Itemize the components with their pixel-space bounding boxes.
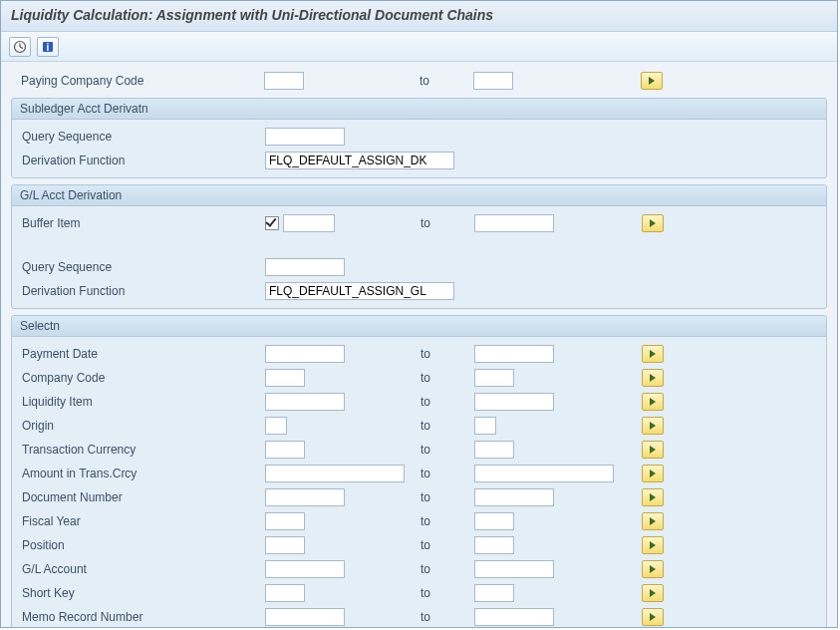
selection-from-input[interactable] bbox=[265, 369, 305, 387]
multiple-selection-button[interactable] bbox=[642, 560, 664, 578]
selection-row: Originto bbox=[16, 415, 822, 437]
selection-from-input[interactable] bbox=[265, 608, 345, 626]
query-sequence-label-1: Query Sequence bbox=[16, 130, 265, 144]
multiple-selection-button[interactable] bbox=[642, 441, 664, 459]
multiple-selection-button[interactable] bbox=[642, 465, 664, 482]
buffer-item-to-input[interactable] bbox=[474, 214, 554, 232]
selection-from-input[interactable] bbox=[265, 417, 287, 435]
selection-row-label: G/L Account bbox=[16, 562, 265, 576]
execute-button[interactable] bbox=[9, 37, 31, 57]
arrow-right-icon bbox=[650, 541, 656, 549]
derivation-function-input-2[interactable] bbox=[265, 282, 454, 300]
buffer-item-checkbox[interactable] bbox=[265, 216, 279, 230]
selection-row-label: Liquidity Item bbox=[16, 395, 265, 409]
buffer-item-from-input[interactable] bbox=[283, 214, 335, 232]
derivation-function-input-1[interactable] bbox=[265, 152, 454, 169]
selection-to-input[interactable] bbox=[474, 465, 614, 482]
selection-to-input[interactable] bbox=[474, 369, 514, 387]
selection-from-input[interactable] bbox=[265, 584, 305, 602]
multiple-selection-button[interactable] bbox=[642, 584, 664, 602]
selection-from-input[interactable] bbox=[265, 512, 305, 530]
selection-to-input[interactable] bbox=[474, 488, 554, 506]
clock-execute-icon bbox=[13, 40, 27, 54]
selection-row-label: Memo Record Number bbox=[16, 610, 265, 624]
selection-row: Company Codeto bbox=[16, 367, 822, 389]
subledger-acct-derivatn-group: Subledger Acct Derivatn Query Sequence D… bbox=[11, 98, 827, 178]
to-label: to bbox=[415, 562, 474, 576]
selection-row: Positionto bbox=[16, 534, 822, 556]
to-label: to bbox=[415, 610, 474, 624]
multiple-selection-button[interactable] bbox=[642, 536, 664, 554]
arrow-right-icon bbox=[650, 493, 656, 501]
application-toolbar: i bbox=[1, 32, 837, 62]
selection-row-label: Origin bbox=[16, 419, 265, 433]
arrow-right-icon bbox=[650, 374, 656, 382]
arrow-right-icon bbox=[650, 613, 656, 621]
selection-to-input[interactable] bbox=[474, 393, 554, 411]
to-label: to bbox=[415, 467, 474, 480]
to-label: to bbox=[415, 586, 474, 600]
selection-row: Amount in Trans.Crcyto bbox=[16, 463, 822, 484]
info-button[interactable]: i bbox=[37, 37, 59, 57]
arrow-right-icon bbox=[649, 77, 655, 85]
selection-row: Fiscal Yearto bbox=[16, 510, 822, 532]
multiple-selection-button[interactable] bbox=[642, 393, 664, 411]
selection-from-input[interactable] bbox=[265, 536, 305, 554]
multiple-selection-button[interactable] bbox=[642, 512, 664, 530]
to-label: to bbox=[415, 538, 474, 552]
arrow-right-icon bbox=[650, 517, 656, 525]
derivation-function-label-2: Derivation Function bbox=[16, 284, 265, 298]
svg-line-2 bbox=[20, 47, 23, 49]
selection-from-input[interactable] bbox=[265, 441, 305, 459]
selection-row-label: Fiscal Year bbox=[16, 514, 265, 528]
to-label: to bbox=[415, 371, 474, 385]
gl-acct-derivation-group: G/L Acct Derivation Buffer Item to bbox=[11, 184, 827, 309]
to-label: to bbox=[414, 74, 473, 88]
selection-to-input[interactable] bbox=[474, 584, 514, 602]
selection-to-input[interactable] bbox=[474, 512, 514, 530]
arrow-right-icon bbox=[650, 422, 656, 430]
selection-to-input[interactable] bbox=[474, 441, 514, 459]
selection-to-input[interactable] bbox=[474, 417, 496, 435]
multiple-selection-button[interactable] bbox=[642, 214, 664, 232]
selection-row-label: Payment Date bbox=[16, 347, 265, 361]
selection-from-input[interactable] bbox=[265, 345, 345, 363]
arrow-right-icon bbox=[650, 219, 656, 227]
paying-company-code-from-input[interactable] bbox=[264, 72, 304, 90]
multiple-selection-button[interactable] bbox=[642, 345, 664, 363]
selection-to-input[interactable] bbox=[474, 608, 554, 626]
selection-from-input[interactable] bbox=[265, 560, 345, 578]
selection-row-label: Short Key bbox=[16, 586, 265, 600]
multiple-selection-button[interactable] bbox=[642, 488, 664, 506]
selection-from-input[interactable] bbox=[265, 393, 345, 411]
multiple-selection-button[interactable] bbox=[641, 72, 663, 90]
selection-row: Document Numberto bbox=[16, 486, 822, 508]
selection-to-input[interactable] bbox=[474, 536, 514, 554]
arrow-right-icon bbox=[650, 589, 656, 597]
to-label: to bbox=[415, 395, 474, 409]
selection-from-input[interactable] bbox=[265, 488, 345, 506]
info-icon: i bbox=[41, 40, 55, 54]
derivation-function-label-1: Derivation Function bbox=[16, 154, 265, 167]
paying-company-code-label: Paying Company Code bbox=[15, 74, 264, 88]
multiple-selection-button[interactable] bbox=[642, 417, 664, 435]
arrow-right-icon bbox=[650, 350, 656, 358]
selection-from-input[interactable] bbox=[265, 465, 405, 482]
query-sequence-label-2: Query Sequence bbox=[16, 260, 265, 274]
selection-row: Liquidity Itemto bbox=[16, 391, 822, 413]
query-sequence-input-2[interactable] bbox=[265, 258, 345, 276]
multiple-selection-button[interactable] bbox=[642, 608, 664, 626]
paying-company-code-to-input[interactable] bbox=[473, 72, 513, 90]
selection-to-input[interactable] bbox=[474, 560, 554, 578]
arrow-right-icon bbox=[650, 398, 656, 406]
to-label: to bbox=[415, 514, 474, 528]
selection-to-input[interactable] bbox=[474, 345, 554, 363]
selection-row: Transaction Currencyto bbox=[16, 439, 822, 461]
to-label: to bbox=[415, 490, 474, 504]
arrow-right-icon bbox=[650, 565, 656, 573]
subledger-group-title: Subledger Acct Derivatn bbox=[12, 99, 826, 120]
content-area: Paying Company Code to Subledger Acct De… bbox=[1, 62, 837, 628]
to-label: to bbox=[415, 443, 474, 457]
query-sequence-input-1[interactable] bbox=[265, 128, 345, 146]
multiple-selection-button[interactable] bbox=[642, 369, 664, 387]
